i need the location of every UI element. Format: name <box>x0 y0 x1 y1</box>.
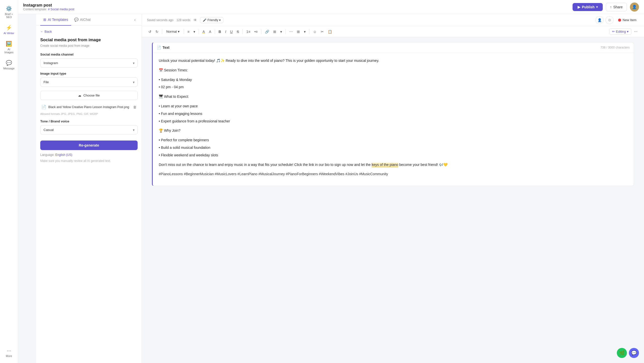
intro-paragraph: Unlock your musical potential today! 🎵✨ … <box>159 58 628 64</box>
table-insert-options-button[interactable]: ▾ <box>302 29 307 35</box>
underline-button[interactable]: U <box>229 29 234 35</box>
sidebar: ⚙️ Brief + SEO ⚡ AI Writer 🖼️ AI Images … <box>0 0 18 363</box>
ordered-list-button[interactable]: 1≡ <box>245 29 252 35</box>
align-options-button[interactable]: ▾ <box>192 29 197 35</box>
unordered-list-button[interactable]: •≡ <box>253 29 259 35</box>
text-editor-body[interactable]: Unlock your musical potential today! 🎵✨ … <box>153 53 634 186</box>
collapse-panel-button[interactable]: ‹ <box>132 16 138 24</box>
toolbar-sep-5 <box>243 29 243 34</box>
chat-bubble-ai[interactable]: 💬 <box>629 348 639 358</box>
collaborator-add-button[interactable]: 👤 <box>595 16 603 24</box>
settings-button[interactable]: ⚙ <box>606 16 614 24</box>
format-toolbar: ↺ ↻ Normal ▾ ≡ ▾ A A B I U S 1≡ •≡ 🔗 ⊞ ▾ <box>142 26 644 37</box>
sidebar-item-ai-writer[interactable]: ⚡ AI Writer <box>1 22 17 37</box>
file-formats-note: Allowed formats JPG, JPEG, PNG, GIF, WEB… <box>40 112 138 115</box>
list-item: Fun and engaging lessons <box>159 111 628 117</box>
more-options-button[interactable]: ⋯ <box>288 29 294 35</box>
sidebar-item-label: AI Writer <box>4 32 14 35</box>
align-left-button[interactable]: ≡ <box>186 29 191 35</box>
toolbar-sep-3 <box>199 29 199 34</box>
saved-status: Saved seconds ago <box>147 18 173 22</box>
list-item: Learn at your own pace <box>159 103 628 109</box>
text-block-label: Text <box>163 46 170 50</box>
table-insert-button[interactable]: ⊞ <box>295 29 301 35</box>
topbar-actions: ▶ Publish ▾ ↑ Share 👤 <box>573 3 639 12</box>
file-delete-button[interactable]: 🗑 <box>133 105 137 109</box>
choose-file-button[interactable]: ☁ Choose file <box>40 91 138 100</box>
toolbar-sep-1 <box>162 29 162 34</box>
image-input-select[interactable]: File URL <box>40 77 138 87</box>
new-item-button[interactable]: New Item <box>616 17 639 23</box>
text-style-select[interactable]: Normal ▾ <box>164 29 182 34</box>
language-link[interactable]: English (US) <box>55 153 72 157</box>
highlight-button[interactable]: A <box>207 29 213 35</box>
back-arrow-icon: ← <box>40 30 44 33</box>
tone-select[interactable]: Casual Formal Friendly Professional Humo… <box>40 125 138 134</box>
section3-list: Perfect for complete beginners Build a s… <box>159 137 628 158</box>
italic-button[interactable]: I <box>224 29 228 35</box>
emoji-button[interactable]: ☺ <box>311 29 318 35</box>
section2-list: Learn at your own pace Fun and engaging … <box>159 103 628 124</box>
redo-button[interactable]: ↻ <box>154 29 160 35</box>
sidebar-item-ai-images[interactable]: 🖼️ AI Images <box>1 38 17 56</box>
table-button[interactable]: ⊞ <box>272 29 278 35</box>
editing-chevron-icon: ▾ <box>627 30 629 33</box>
regenerate-button[interactable]: Re-generate <box>40 141 138 150</box>
toolbar-sep-6 <box>261 29 261 34</box>
voice-chevron-icon: ▾ <box>219 18 221 22</box>
editing-mode-toggle[interactable]: ✏ Editing ▾ <box>609 28 631 35</box>
template-title: Social media post from image <box>40 37 138 42</box>
voice-selector[interactable]: 🎤 Friendly ▾ <box>200 17 224 23</box>
preview-icon[interactable]: 👁 <box>193 18 197 22</box>
sidebar-item-label: Brief + SEO <box>3 13 15 19</box>
undo-button[interactable]: ↺ <box>147 29 153 35</box>
subtitle-link[interactable]: # Social media post <box>48 8 74 11</box>
strikethrough-button[interactable]: S <box>235 29 240 35</box>
user-avatar[interactable]: 👤 <box>630 3 639 12</box>
publish-button[interactable]: ▶ Publish ▾ <box>573 3 603 11</box>
tone-field: Tone / Brand voice Casual Formal Friendl… <box>40 119 138 134</box>
image-input-label: Image input type <box>40 72 138 75</box>
left-panel: ⊞ AI Templates 💬 AIChat ‹ ← Back Social … <box>36 14 142 363</box>
text-block-icon: 📄 <box>157 46 161 50</box>
bold-button[interactable]: B <box>217 29 223 35</box>
new-item-label: New Item <box>623 18 636 22</box>
toolbar-sep-8 <box>309 29 309 34</box>
left-panel-content: ← Back Social media post from image Crea… <box>36 26 142 363</box>
more-icon: ··· <box>7 348 11 353</box>
list-item: Build a solid musical foundation <box>159 145 628 151</box>
list-item: Perfect for complete beginners <box>159 137 628 143</box>
text-block-label-group: 📄 Text <box>157 46 170 50</box>
share-icon: ↑ <box>610 5 612 9</box>
file-doc-icon: 📄 <box>41 105 46 109</box>
list-item: Flexible weekend and weekday slots <box>159 152 628 158</box>
paste-button[interactable]: 📋 <box>326 29 334 35</box>
link-button[interactable]: 🔗 <box>263 29 271 35</box>
back-button[interactable]: ← Back <box>40 30 138 33</box>
sidebar-item-brief-seo[interactable]: ⚙️ Brief + SEO <box>1 3 17 21</box>
underline-highlight-button[interactable]: A <box>201 29 206 35</box>
ai-images-icon: 🖼️ <box>6 41 12 47</box>
tab-ai-templates[interactable]: ⊞ AI Templates <box>40 14 71 26</box>
sidebar-item-label: AI Images <box>3 48 15 54</box>
toolbar-sep-7 <box>286 29 286 34</box>
table-options-button[interactable]: ▾ <box>279 29 284 35</box>
ai-warning: Make sure you manually review all AI gen… <box>40 159 138 163</box>
image-input-type-field: Image input type File URL ▾ <box>40 72 138 87</box>
sidebar-item-message[interactable]: 💬 Message <box>1 57 17 72</box>
subtitle-label: Content template: <box>23 8 47 11</box>
file-name: Black and Yellow Creative Piano Lesson I… <box>48 105 131 109</box>
sidebar-item-label: More <box>6 354 12 357</box>
chat-bubble-help[interactable]: 🌿 <box>617 348 627 358</box>
more-toolbar-button[interactable]: ⋯ <box>632 29 639 35</box>
brief-seo-icon: ⚙️ <box>6 6 12 12</box>
tab-ai-chat[interactable]: 💬 AIChat <box>71 14 94 26</box>
channel-select[interactable]: Instagram Facebook Twitter LinkedIn TikT… <box>40 58 138 68</box>
voice-label: Friendly <box>208 18 218 22</box>
sidebar-item-more[interactable]: ··· More <box>1 345 17 360</box>
word-count: 128 words <box>176 18 190 22</box>
cta-part2: become your best friend! 🎶💛 <box>398 163 448 167</box>
list-item: 02 pm - 04 pm <box>159 84 628 90</box>
share-button[interactable]: ↑ Share <box>606 3 627 11</box>
cut-button[interactable]: ✂ <box>319 29 325 35</box>
